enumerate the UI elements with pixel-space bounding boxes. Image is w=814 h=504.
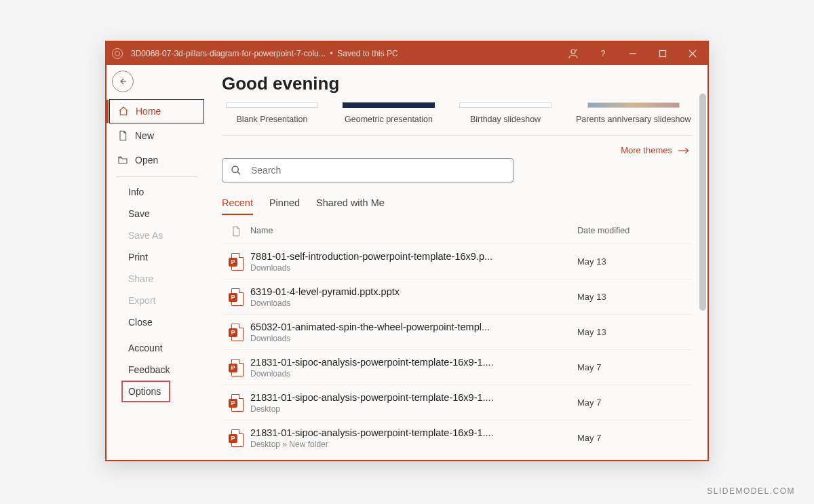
file-name: 6319-01-4-level-pyramid.pptx.pptx: [250, 286, 535, 297]
file-date: May 7: [577, 398, 693, 408]
more-themes-label: More themes: [621, 145, 672, 155]
titlebar-filename: 3D0068-07-3d-pillars-diagram-for-powerpo…: [131, 49, 398, 58]
svg-point-7: [232, 166, 238, 172]
file-location: Desktop: [250, 404, 577, 414]
filename-text: 3D0068-07-3d-pillars-diagram-for-powerpo…: [131, 49, 326, 58]
nav-home[interactable]: Home: [109, 99, 204, 123]
header-icon-col: [222, 226, 250, 237]
nav-options[interactable]: Options: [121, 381, 170, 402]
file-icon-col: P: [222, 359, 250, 376]
powerpoint-file-icon: P: [229, 359, 244, 376]
document-icon: [231, 226, 241, 237]
tab-pinned[interactable]: Pinned: [269, 197, 300, 215]
file-row[interactable]: P21831-01-sipoc-analysis-powerpoint-temp…: [222, 385, 693, 420]
file-icon-col: P: [222, 253, 250, 271]
template-thumb: [587, 102, 680, 108]
file-icon-col: P: [222, 394, 250, 412]
tab-shared[interactable]: Shared with Me: [316, 197, 385, 215]
nav-open[interactable]: Open: [106, 148, 207, 172]
nav-export: Export: [106, 290, 207, 311]
main-panel: Good evening Blank Presentation Geometri…: [207, 65, 708, 460]
tab-recent[interactable]: Recent: [222, 197, 253, 215]
nav-separator: [116, 176, 197, 177]
template-blank[interactable]: Blank Presentation: [226, 102, 318, 124]
powerpoint-file-icon: P: [229, 288, 244, 306]
search-icon: [231, 165, 241, 176]
account-icon[interactable]: [558, 42, 588, 65]
file-date: May 7: [577, 433, 693, 443]
template-label: Blank Presentation: [226, 115, 318, 124]
nav-close[interactable]: Close: [106, 311, 207, 333]
template-label: Parents anniversary slideshow: [576, 115, 691, 124]
search-input[interactable]: [251, 165, 505, 176]
file-row[interactable]: P21831-01-sipoc-analysis-powerpoint-temp…: [222, 420, 693, 455]
nav-save-as: Save As: [106, 225, 207, 246]
greeting-heading: Good evening: [222, 73, 693, 94]
powerpoint-file-icon: P: [229, 429, 244, 447]
file-name: 21831-01-sipoc-analysis-powerpoint-templ…: [250, 357, 535, 368]
file-name: 21831-01-sipoc-analysis-powerpoint-templ…: [250, 427, 535, 438]
search-box[interactable]: [222, 158, 513, 182]
save-status-text: Saved to this PC: [337, 49, 398, 58]
recent-tabs: Recent Pinned Shared with Me: [222, 197, 693, 215]
scrollbar[interactable]: [699, 94, 706, 454]
header-name[interactable]: Name: [250, 226, 577, 237]
file-name: 65032-01-animated-spin-the-wheel-powerpo…: [250, 322, 535, 332]
file-row[interactable]: P65032-01-animated-spin-the-wheel-powerp…: [222, 314, 693, 349]
file-icon-col: P: [222, 324, 250, 341]
maximize-icon[interactable]: [648, 42, 678, 65]
file-date: May 7: [577, 362, 693, 372]
template-geometric[interactable]: Geometric presentation: [343, 102, 435, 124]
help-icon[interactable]: ?: [588, 42, 618, 65]
file-date: May 13: [577, 256, 693, 267]
nav-bottom-group: Account Feedback Options: [106, 337, 207, 402]
powerpoint-file-icon: P: [229, 394, 244, 412]
svg-rect-2: [660, 51, 666, 57]
file-location: Desktop » New folder: [250, 440, 577, 449]
backstage-sidebar: Home New Open Info Save Save As Print Sh…: [106, 65, 207, 460]
file-location: Downloads: [250, 334, 577, 343]
minimize-icon[interactable]: [618, 42, 648, 65]
file-row[interactable]: P6319-01-4-level-pyramid.pptx.pptxDownlo…: [222, 279, 693, 314]
svg-line-8: [237, 172, 240, 174]
nav-info[interactable]: Info: [106, 181, 207, 203]
back-button[interactable]: [112, 71, 134, 92]
template-anniversary[interactable]: Parents anniversary slideshow: [576, 102, 691, 124]
header-date[interactable]: Date modified: [577, 226, 693, 237]
file-name-col: 21831-01-sipoc-analysis-powerpoint-templ…: [250, 357, 577, 379]
powerpoint-backstage-window: 3D0068-07-3d-pillars-diagram-for-powerpo…: [105, 41, 709, 461]
app-body: Home New Open Info Save Save As Print Sh…: [106, 65, 708, 460]
template-strip: Blank Presentation Geometric presentatio…: [222, 101, 693, 136]
nav-share: Share: [106, 268, 207, 290]
powerpoint-app-icon: [112, 48, 123, 59]
scrollbar-thumb[interactable]: [699, 94, 706, 311]
template-label: Birthday slideshow: [459, 115, 551, 124]
file-row[interactable]: P7881-01-self-introduction-powerpoint-te…: [222, 244, 693, 279]
file-date: May 13: [577, 327, 693, 337]
more-themes-link[interactable]: More themes: [222, 145, 690, 155]
nav-home-label: Home: [136, 106, 161, 117]
template-birthday[interactable]: Birthday slideshow: [459, 102, 551, 124]
file-row[interactable]: P21831-01-sipoc-analysis-powerpoint-temp…: [222, 349, 693, 385]
file-location: Downloads: [250, 369, 577, 379]
template-thumb: [226, 102, 318, 108]
file-icon-col: P: [222, 288, 250, 306]
file-name-col: 21831-01-sipoc-analysis-powerpoint-templ…: [250, 392, 577, 414]
titlebar: 3D0068-07-3d-pillars-diagram-for-powerpo…: [106, 42, 708, 65]
nav-new[interactable]: New: [106, 123, 207, 148]
nav-feedback[interactable]: Feedback: [106, 359, 207, 381]
nav-account[interactable]: Account: [106, 337, 207, 359]
file-name-col: 21831-01-sipoc-analysis-powerpoint-templ…: [250, 427, 577, 449]
close-icon[interactable]: [678, 42, 708, 65]
powerpoint-file-icon: P: [229, 324, 244, 341]
nav-save[interactable]: Save: [106, 203, 207, 225]
window-controls: ?: [558, 42, 708, 65]
file-name: 7881-01-self-introduction-powerpoint-tem…: [250, 251, 535, 262]
file-name-col: 7881-01-self-introduction-powerpoint-tem…: [250, 251, 577, 273]
svg-point-0: [571, 50, 575, 54]
file-icon-col: P: [222, 429, 250, 447]
file-date: May 13: [577, 292, 693, 302]
powerpoint-file-icon: P: [229, 253, 244, 271]
nav-print[interactable]: Print: [106, 246, 207, 268]
file-list-header: Name Date modified: [222, 226, 693, 244]
